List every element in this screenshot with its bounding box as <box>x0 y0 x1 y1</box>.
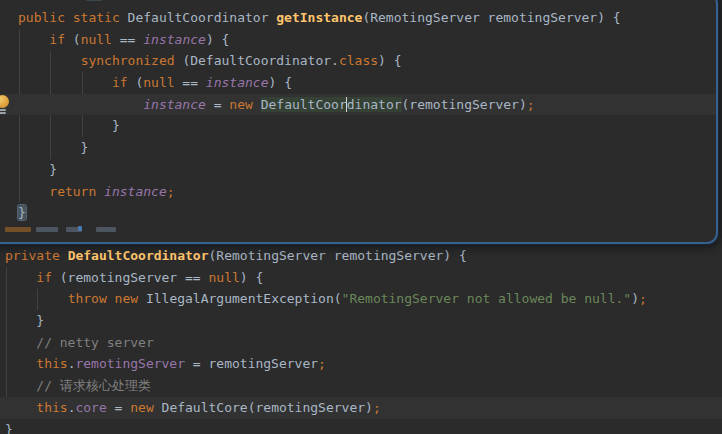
code-token <box>18 184 49 199</box>
code-token: DefaultCoordinator <box>128 10 277 25</box>
code-token: // 请求核心处理类 <box>36 378 150 393</box>
code-token <box>18 97 143 112</box>
code-token: return <box>49 184 104 199</box>
code-line[interactable]: instance = new DefaultCoordinator(remoti… <box>0 94 716 116</box>
lightbulb-base <box>0 109 6 111</box>
code-line[interactable]: synchronized (DefaultCoordinator.class) … <box>0 50 716 72</box>
clipped-code-fragment <box>96 227 116 232</box>
code-line[interactable]: } <box>0 137 716 159</box>
clipped-code-fragment <box>86 0 102 1</box>
bottom-code-block[interactable]: private DefaultCoordinator(RemotingServe… <box>0 245 722 434</box>
code-line[interactable]: // netty server <box>0 332 722 354</box>
code-token: instance <box>143 32 206 47</box>
code-line[interactable]: if (null == instance) { <box>0 72 716 94</box>
code-line[interactable]: public static DefaultCoordinator getInst… <box>0 7 716 29</box>
code-token: ; <box>639 291 647 306</box>
code-lines: private DefaultCoordinator(RemotingServe… <box>0 245 722 434</box>
code-token: == <box>175 75 206 90</box>
code-token: instance <box>104 184 167 199</box>
code-token: if <box>36 270 59 285</box>
code-token: new <box>229 97 252 112</box>
code-line[interactable]: throw new IllegalArgumentException("Remo… <box>0 288 722 310</box>
code-lines: public static DefaultCoordinator getInst… <box>0 7 716 224</box>
code-token: (remotingServer == <box>60 270 209 285</box>
top-code-block[interactable]: public static DefaultCoordinator getInst… <box>0 7 716 224</box>
code-token: (RemotingServer remotingServer) { <box>209 248 467 263</box>
code-token: this <box>36 356 67 371</box>
code-line[interactable]: } <box>0 202 716 224</box>
clipped-code-fragment <box>78 226 82 231</box>
code-token: (RemotingServer remotingServer) { <box>362 10 620 25</box>
code-line[interactable]: // 请求核心处理类 <box>0 375 722 397</box>
code-token: IllegalArgumentException( <box>146 291 342 306</box>
code-token: (DefaultCoordinator. <box>182 53 339 68</box>
code-token: ; <box>167 184 175 199</box>
code-token: new <box>130 400 153 415</box>
code-line[interactable]: } <box>0 159 716 181</box>
code-token: if <box>49 32 72 47</box>
code-token: = <box>107 400 130 415</box>
code-token: DefaultCoordinator <box>68 248 209 263</box>
code-token: == <box>112 32 143 47</box>
code-token <box>253 97 261 112</box>
code-token: ) { <box>240 270 263 285</box>
code-token: null <box>143 75 174 90</box>
code-token: ( <box>73 32 81 47</box>
code-token: ) <box>631 291 639 306</box>
code-token: "RemotingServer not allowed be null." <box>342 291 632 306</box>
code-token <box>5 378 36 393</box>
clipped-code-fragment <box>5 227 31 232</box>
code-token: getInstance <box>276 10 362 25</box>
code-token: throw new <box>68 291 146 306</box>
code-token: ) { <box>206 32 229 47</box>
code-line[interactable]: if (null == instance) { <box>0 29 716 51</box>
code-token: null <box>81 32 112 47</box>
code-token: instance <box>143 97 206 112</box>
code-token <box>18 75 112 90</box>
code-line[interactable]: this.core = new DefaultCore(remotingServ… <box>0 397 722 419</box>
code-token: = remotingServer <box>185 356 318 371</box>
code-line[interactable]: this.remotingServer = remotingServer; <box>0 353 722 375</box>
code-token: null <box>209 270 240 285</box>
code-token <box>5 270 36 285</box>
code-token: if <box>112 75 135 90</box>
code-token: synchronized <box>81 53 183 68</box>
code-token: } <box>5 422 13 434</box>
code-line[interactable]: private DefaultCoordinator(RemotingServe… <box>0 245 722 267</box>
code-token: class <box>339 53 378 68</box>
code-token: ) { <box>268 75 291 90</box>
code-token <box>5 335 36 350</box>
code-token <box>18 53 81 68</box>
intention-lightbulb-icon[interactable] <box>0 95 11 113</box>
code-token: instance <box>206 75 269 90</box>
code-token <box>5 400 36 415</box>
code-token: (remotingServer) <box>402 97 527 112</box>
code-token <box>5 356 36 371</box>
code-token: // netty server <box>36 335 153 350</box>
code-line[interactable]: } <box>0 115 716 137</box>
code-token: core <box>75 400 106 415</box>
code-token <box>18 32 49 47</box>
code-token: remotingServer <box>75 356 185 371</box>
code-token: dinator <box>347 97 402 112</box>
code-line[interactable]: } <box>0 419 722 434</box>
code-token: DefaultCore(remotingServer) <box>154 400 373 415</box>
code-token: ) { <box>378 53 401 68</box>
code-token: } <box>18 140 88 155</box>
code-token: ; <box>373 400 381 415</box>
code-token <box>5 291 68 306</box>
clipped-code-fragment <box>36 227 58 232</box>
code-line[interactable]: return instance; <box>0 181 716 203</box>
code-token: DefaultCoor <box>261 97 347 112</box>
code-token: public static <box>18 10 128 25</box>
code-token: ; <box>527 97 535 112</box>
code-token: } <box>18 205 26 220</box>
code-token: this <box>36 400 67 415</box>
code-line[interactable]: if (remotingServer == null) { <box>0 267 722 289</box>
code-token: } <box>18 118 120 133</box>
code-token: } <box>18 162 57 177</box>
code-line[interactable]: } <box>0 310 722 332</box>
code-token: ; <box>318 356 326 371</box>
lightbulb-glass <box>0 95 9 108</box>
code-editor: public static DefaultCoordinator getInst… <box>0 0 722 434</box>
